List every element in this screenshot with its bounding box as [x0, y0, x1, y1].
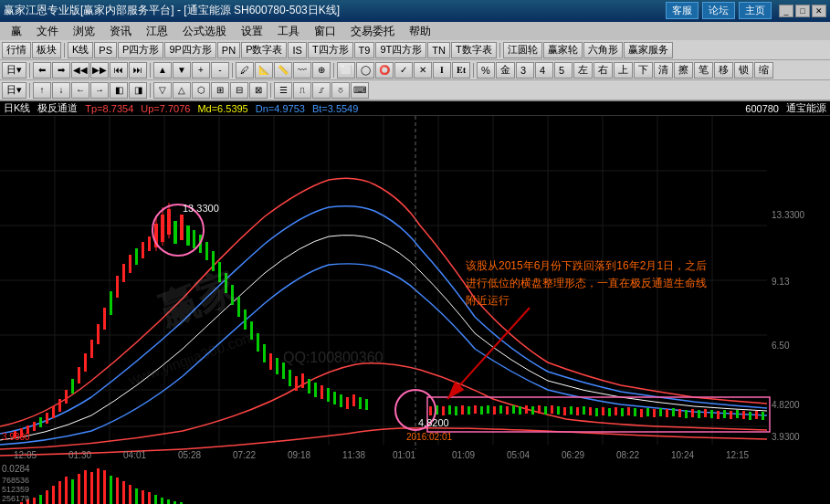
menu-window[interactable]: 窗口 — [307, 23, 343, 40]
tb-pnum[interactable]: P数字表 — [241, 42, 287, 58]
tb-icon-14[interactable]: 〰 — [293, 62, 311, 79]
tb-r5[interactable]: ◧ — [110, 82, 128, 99]
tb-r13[interactable]: ☰ — [274, 82, 292, 99]
tb-nav-1[interactable]: 日▾ — [2, 62, 26, 79]
tb-t9[interactable]: T9 — [354, 42, 375, 58]
tb-icon-5[interactable]: ⏮ — [110, 62, 128, 79]
tb-icon-16[interactable]: ⬜ — [337, 62, 355, 79]
tb-r3[interactable]: ← — [71, 82, 89, 99]
tb-is[interactable]: IS — [288, 42, 306, 58]
tb-num-5[interactable]: 5 — [554, 62, 573, 79]
tb-percent[interactable]: % — [477, 62, 495, 79]
tb-r10[interactable]: ⊞ — [211, 82, 229, 99]
tb-icon-22[interactable]: 𝐄𝐭 — [452, 62, 470, 79]
tb-pn[interactable]: PN — [217, 42, 240, 58]
tb-icon-3[interactable]: ◀◀ — [71, 62, 89, 79]
tb-icon-11[interactable]: 🖊 — [236, 62, 254, 79]
tb-zoom[interactable]: 缩 — [754, 62, 773, 79]
menu-info[interactable]: 资讯 — [102, 23, 139, 40]
tb-icon-13[interactable]: 📏 — [274, 62, 292, 79]
maximize-button[interactable]: □ — [795, 5, 810, 17]
tb-brush[interactable]: 笔 — [694, 62, 713, 79]
tb-service[interactable]: 赢家服务 — [624, 42, 673, 58]
tb-9t4[interactable]: 9T四方形 — [375, 42, 426, 58]
home-button[interactable]: 主页 — [739, 2, 772, 19]
tb-icon-2[interactable]: ➡ — [52, 62, 70, 79]
svg-text:01:09: 01:09 — [452, 450, 475, 460]
tb-r9[interactable]: ⬡ — [192, 82, 210, 99]
svg-rect-181 — [110, 476, 112, 504]
tb-icon-8[interactable]: ▼ — [173, 62, 191, 79]
tb-r15[interactable]: ⎎ — [312, 82, 331, 99]
tb-icon-10[interactable]: - — [211, 62, 229, 79]
tb-r4[interactable]: → — [90, 82, 109, 99]
svg-rect-40 — [142, 242, 144, 258]
menu-settings[interactable]: 设置 — [234, 23, 270, 40]
tb-r17[interactable]: ⌨ — [351, 82, 369, 99]
tb-icon-6[interactable]: ⏭ — [129, 62, 147, 79]
tb-icon-1[interactable]: ⬅ — [33, 62, 51, 79]
tb-icon-17[interactable]: ◯ — [356, 62, 374, 79]
menu-trade[interactable]: 交易委托 — [343, 23, 402, 40]
tb-up[interactable]: 上 — [614, 62, 633, 79]
tb-down[interactable]: 下 — [634, 62, 653, 79]
svg-rect-111 — [634, 408, 636, 416]
tb-hex[interactable]: 六角形 — [583, 42, 623, 58]
menu-help[interactable]: 帮助 — [402, 23, 438, 40]
menu-browse[interactable]: 浏览 — [66, 23, 102, 40]
tb-r12[interactable]: ⊠ — [249, 82, 268, 99]
tb-ps[interactable]: PS — [94, 42, 117, 58]
tb-icon-4[interactable]: ▶▶ — [90, 62, 109, 79]
svg-rect-187 — [148, 492, 151, 504]
tb-icon-15[interactable]: ⊕ — [312, 62, 331, 79]
tb-icon-21[interactable]: 𝐈 — [433, 62, 451, 79]
minimize-button[interactable]: _ — [779, 5, 793, 17]
tb-daily[interactable]: 日▾ — [2, 82, 26, 99]
tb-r8[interactable]: △ — [173, 82, 191, 99]
menu-formula[interactable]: 公式选股 — [175, 23, 234, 40]
tb-jwheel[interactable]: 江圆轮 — [503, 42, 542, 58]
tb-icon-19[interactable]: ✓ — [394, 62, 413, 79]
menu-tools[interactable]: 工具 — [270, 23, 307, 40]
svg-rect-61 — [257, 333, 259, 352]
forum-button[interactable]: 论坛 — [702, 2, 735, 19]
menu-gann[interactable]: 江恩 — [139, 23, 175, 40]
svg-rect-88 — [487, 405, 489, 414]
tb-kline[interactable]: K线 — [68, 42, 93, 58]
tb-icon-18[interactable]: ⭕ — [375, 62, 394, 79]
tb-icon-12[interactable]: 📐 — [255, 62, 273, 79]
menu-win[interactable]: 赢 — [4, 23, 29, 40]
tb-icon-20[interactable]: ✕ — [414, 62, 432, 79]
tb-r6[interactable]: ◨ — [129, 82, 147, 99]
tb-clear[interactable]: 清 — [654, 62, 673, 79]
tb-sectors[interactable]: 板块 — [32, 42, 61, 58]
main-chart-area[interactable]: 12:05 01:30 04:01 05:28 07:22 09:18 11:3… — [0, 116, 830, 463]
svg-text:04:01: 04:01 — [123, 450, 146, 460]
close-button[interactable]: ✕ — [812, 5, 826, 17]
tb-p4[interactable]: P四方形 — [118, 42, 163, 58]
tb-r11[interactable]: ⊟ — [230, 82, 248, 99]
tb-r14[interactable]: ⎍ — [293, 82, 311, 99]
tb-lock[interactable]: 锁 — [734, 62, 753, 79]
tb-num-3[interactable]: 3 — [516, 62, 534, 79]
tb-tnum[interactable]: T数字表 — [451, 42, 497, 58]
tb-ywheel[interactable]: 赢家轮 — [543, 42, 583, 58]
menu-file[interactable]: 文件 — [29, 23, 66, 40]
tb-icon-7[interactable]: ▲ — [153, 62, 172, 79]
tb-t4[interactable]: T四方形 — [308, 42, 353, 58]
tb-icon-9[interactable]: + — [192, 62, 210, 79]
tb-right[interactable]: 右 — [594, 62, 613, 79]
tb-r1[interactable]: ↑ — [33, 82, 51, 99]
tb-left[interactable]: 左 — [573, 62, 593, 79]
tb-r2[interactable]: ↓ — [52, 82, 70, 99]
tb-gold[interactable]: 金 — [496, 62, 515, 79]
tb-move[interactable]: 移 — [714, 62, 733, 79]
tb-quotes[interactable]: 行情 — [2, 42, 31, 58]
tb-tn[interactable]: TN — [427, 42, 450, 58]
tb-num-4b[interactable]: 4 — [535, 62, 553, 79]
customer-service-button[interactable]: 客服 — [666, 2, 699, 19]
tb-r16[interactable]: ⎏ — [331, 82, 350, 99]
tb-9p4[interactable]: 9P四方形 — [164, 42, 215, 58]
tb-wipe[interactable]: 擦 — [674, 62, 693, 79]
tb-r7[interactable]: ▽ — [153, 82, 172, 99]
